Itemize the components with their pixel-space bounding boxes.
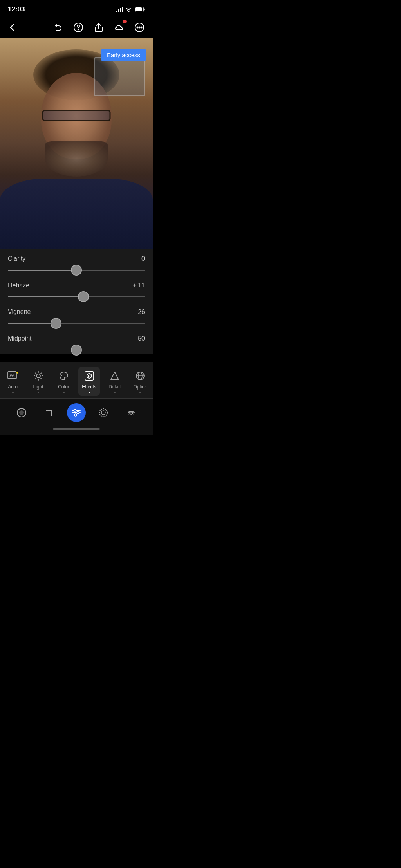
svg-point-7 [139,27,140,28]
crop-tool-button[interactable] [39,404,60,421]
svg-marker-18 [111,372,119,380]
tab-detail[interactable]: Detail [104,367,125,396]
svg-point-8 [141,27,142,28]
svg-point-28 [74,409,76,411]
svg-line-2 [60,29,61,31]
status-icons [116,7,145,12]
svg-point-12 [61,375,62,376]
auto-icon [6,369,20,383]
svg-rect-15 [85,372,94,380]
dehaze-label: Dehaze [8,282,29,289]
status-time: 12:03 [8,5,25,13]
light-tab-label: Light [33,384,43,390]
presets-tool-button[interactable] [93,404,114,421]
vignette-label: Vignette [8,309,31,316]
dehaze-value: + 11 [132,282,145,289]
svg-point-11 [36,374,40,378]
dehaze-slider[interactable] [8,293,145,301]
svg-point-13 [62,374,63,375]
tab-effects[interactable]: Effects [78,367,100,396]
healing-tool-button[interactable] [121,404,141,421]
cloud-sync-button[interactable] [112,20,126,34]
tab-optics[interactable]: Optics [129,367,151,396]
status-bar: 12:03 [0,0,153,17]
optics-tab-label: Optics [133,384,146,390]
shirt-simulation [0,179,153,249]
early-access-button[interactable]: Early access [101,49,146,61]
svg-point-31 [99,409,107,417]
svg-point-29 [77,411,79,414]
tab-light[interactable]: Light [27,367,49,396]
effects-icon [83,369,96,383]
home-indicator [0,425,153,435]
glasses-simulation [42,110,111,121]
help-button[interactable] [71,20,85,34]
nav-right-icons [51,20,146,34]
vignette-value: − 26 [132,309,145,316]
cloud-error-badge [123,20,127,23]
adjust-tool-button[interactable] [67,403,86,422]
svg-point-32 [101,411,105,415]
clarity-value: 0 [141,255,145,262]
top-navigation [0,17,153,38]
adjustments-panel: Clarity 0 Dehaze + 11 Vignette − 26 [0,249,153,354]
tab-color[interactable]: Color [53,367,74,396]
beard-simulation [45,141,108,177]
tool-tabs: Auto Light Color [0,362,153,398]
svg-point-14 [64,374,65,375]
svg-point-10 [17,372,18,373]
midpoint-slider[interactable] [8,346,145,354]
midpoint-slider-group: Midpoint 50 [8,335,145,354]
light-icon [32,369,45,383]
detail-tab-label: Detail [108,384,121,390]
detail-icon [108,369,121,383]
photo-preview: Early access [0,38,153,249]
mask-tool-button[interactable] [11,404,32,421]
svg-point-4 [78,29,79,30]
color-icon [57,369,70,383]
svg-rect-17 [88,375,90,377]
tab-auto[interactable]: Auto [2,367,23,396]
svg-rect-24 [47,410,52,415]
optics-icon [134,369,147,383]
midpoint-label: Midpoint [8,335,31,342]
vignette-slider[interactable] [8,319,145,327]
svg-point-30 [74,414,77,416]
background-frame [94,57,145,96]
svg-rect-16 [87,374,92,378]
clarity-slider-group: Clarity 0 [8,255,145,274]
midpoint-value: 50 [138,335,145,342]
signal-bars-icon [116,7,123,12]
auto-tab-label: Auto [8,384,18,390]
clarity-label: Clarity [8,255,25,262]
vignette-slider-group: Vignette − 26 [8,309,145,327]
share-button[interactable] [92,20,106,34]
svg-rect-1 [135,7,142,11]
bottom-navigation [0,398,153,425]
svg-point-6 [137,27,138,28]
clarity-slider[interactable] [8,266,145,274]
wifi-icon [125,7,132,12]
undo-button[interactable] [51,20,65,34]
battery-icon [135,7,145,12]
color-tab-label: Color [58,384,69,390]
svg-point-23 [19,410,24,415]
svg-rect-9 [8,372,16,379]
back-button[interactable] [6,22,18,33]
dehaze-slider-group: Dehaze + 11 [8,282,145,301]
effects-tab-label: Effects [82,384,96,390]
more-options-button[interactable] [132,20,146,34]
